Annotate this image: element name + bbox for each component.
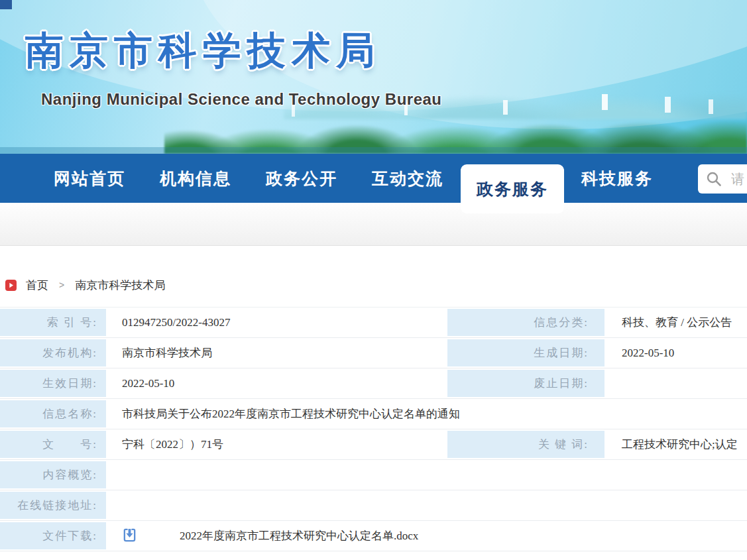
field-value-category: 科技、教育 / 公示公告: [606, 308, 747, 337]
breadcrumb-marker-icon: [5, 280, 17, 291]
document-info-table: 索 引 号: 012947250/2022-43027 信息分类: 科技、教育 …: [0, 307, 747, 551]
nav-item-gov-open[interactable]: 政务公开: [249, 154, 355, 203]
field-value-doc-no: 宁科〔2022〕）71号: [106, 429, 445, 459]
search-box[interactable]: [698, 164, 747, 194]
field-label-index-no: 索 引 号:: [0, 309, 106, 336]
search-icon: [706, 171, 722, 187]
search-input[interactable]: [731, 172, 747, 187]
download-icon[interactable]: [122, 528, 137, 543]
field-label-online-link: 在线链接地址:: [0, 492, 106, 519]
breadcrumb-separator: >: [59, 280, 64, 290]
field-value-info-name: 市科技局关于公布2022年度南京市工程技术研究中心认定名单的通知: [106, 399, 747, 429]
field-value-expiry-date: [606, 368, 747, 398]
nav-item-gov-service-active[interactable]: 政务服务: [461, 164, 564, 213]
nav-item-tech-service[interactable]: 科技服务: [564, 154, 670, 203]
site-title-en: Nanjing Municipal Science and Technology…: [41, 90, 441, 109]
field-label-expiry-date: 废止日期:: [447, 370, 604, 397]
field-value-create-date: 2022-05-10: [606, 338, 747, 368]
field-value-publisher: 南京市科学技术局: [106, 338, 445, 368]
field-label-content-overview: 内容概览:: [0, 461, 106, 488]
nav-items: 网站首页 机构信息 政务公开 互动交流 政务服务 科技服务: [0, 154, 747, 203]
field-label-category: 信息分类:: [447, 309, 604, 336]
banner-corner-accent: [0, 0, 12, 9]
field-label-publisher: 发布机构:: [0, 339, 106, 366]
page: 南京市科学技术局 Nanjing Municipal Science and T…: [0, 0, 747, 560]
download-file-link[interactable]: 2022年度南京市工程技术研究中心认定名单.docx: [180, 528, 418, 543]
table-row: 发布机构: 南京市科学技术局 生成日期: 2022-05-10: [0, 338, 747, 368]
nav-item-home[interactable]: 网站首页: [36, 154, 143, 203]
field-label-effective-date: 生效日期:: [0, 370, 106, 397]
table-row: 生效日期: 2022-05-10 废止日期:: [0, 368, 747, 399]
field-label-keywords: 关 键 词:: [447, 431, 604, 458]
field-value-file-download: 2022年度南京市工程技术研究中心认定名单.docx: [106, 521, 747, 551]
banner-water: [0, 147, 747, 154]
field-value-keywords: 工程技术研究中心;认定: [606, 429, 747, 459]
nav-subbar: [0, 203, 747, 246]
table-row: 内容概览:: [0, 460, 747, 490]
table-row: 在线链接地址:: [0, 490, 747, 521]
nav-item-interaction[interactable]: 互动交流: [355, 154, 461, 203]
nav-item-org-info[interactable]: 机构信息: [143, 154, 249, 203]
field-label-file-download: 文件下载:: [0, 522, 106, 549]
field-label-doc-no: 文 号:: [0, 431, 106, 458]
field-value-content-overview: [106, 460, 747, 490]
breadcrumb: 首页 > 南京市科学技术局: [5, 276, 747, 294]
field-label-create-date: 生成日期:: [447, 339, 604, 366]
table-row: 文件下载: 2022年度南京市工程技术研究中心认定名单.docx: [0, 521, 747, 551]
field-value-online-link: [106, 490, 747, 520]
site-banner: 南京市科学技术局 Nanjing Municipal Science and T…: [0, 0, 747, 154]
field-value-effective-date: 2022-05-10: [106, 368, 445, 398]
table-row: 索 引 号: 012947250/2022-43027 信息分类: 科技、教育 …: [0, 308, 747, 338]
main-nav: 网站首页 机构信息 政务公开 互动交流 政务服务 科技服务: [0, 154, 747, 203]
table-row: 文 号: 宁科〔2022〕）71号 关 键 词: 工程技术研究中心;认定: [0, 429, 747, 460]
field-label-info-name: 信息名称:: [0, 400, 106, 427]
table-row: 信息名称: 市科技局关于公布2022年度南京市工程技术研究中心认定名单的通知: [0, 399, 747, 429]
breadcrumb-home-link[interactable]: 首页: [26, 278, 48, 293]
breadcrumb-current: 南京市科学技术局: [75, 278, 165, 293]
site-title-cn: 南京市科学技术局: [25, 25, 380, 77]
field-value-index-no: 012947250/2022-43027: [106, 308, 445, 337]
